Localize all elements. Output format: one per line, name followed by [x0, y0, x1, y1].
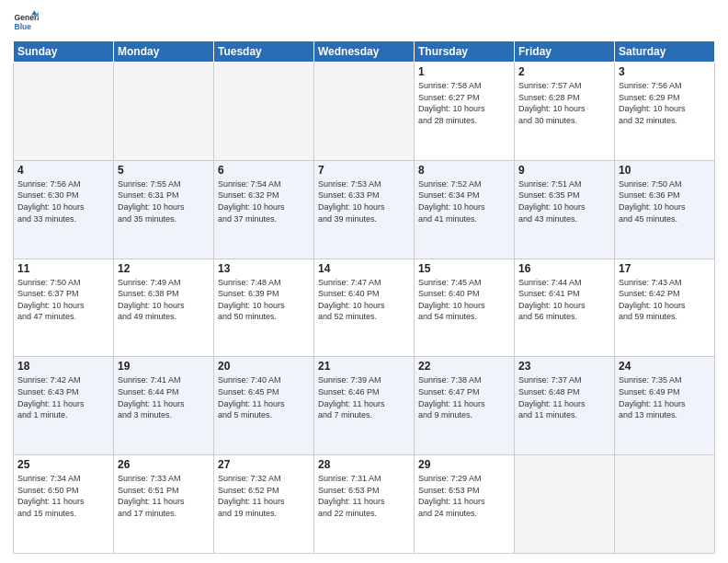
day-number: 23	[518, 360, 610, 373]
day-number: 11	[17, 262, 109, 275]
day-number: 25	[17, 458, 109, 471]
day-number: 24	[619, 360, 711, 373]
day-number: 28	[318, 458, 410, 471]
day-header-sunday: Sunday	[14, 41, 114, 63]
calendar-cell	[515, 455, 615, 554]
day-info: Sunrise: 7:35 AM Sunset: 6:49 PM Dayligh…	[619, 374, 711, 420]
day-info: Sunrise: 7:48 AM Sunset: 6:39 PM Dayligh…	[218, 277, 310, 323]
calendar-week-row: 1Sunrise: 7:58 AM Sunset: 6:27 PM Daylig…	[14, 63, 715, 161]
calendar-cell: 12Sunrise: 7:49 AM Sunset: 6:38 PM Dayli…	[114, 259, 214, 357]
day-info: Sunrise: 7:54 AM Sunset: 6:32 PM Dayligh…	[218, 178, 310, 224]
day-number: 13	[218, 262, 310, 275]
day-number: 29	[418, 458, 510, 471]
logo-icon: General Blue	[13, 9, 39, 35]
day-info: Sunrise: 7:31 AM Sunset: 6:53 PM Dayligh…	[318, 473, 410, 519]
day-header-monday: Monday	[114, 41, 214, 63]
calendar-cell: 29Sunrise: 7:29 AM Sunset: 6:53 PM Dayli…	[415, 455, 515, 554]
calendar-cell: 16Sunrise: 7:44 AM Sunset: 6:41 PM Dayli…	[515, 259, 615, 357]
day-number: 6	[218, 164, 310, 177]
day-info: Sunrise: 7:50 AM Sunset: 6:37 PM Dayligh…	[17, 277, 109, 323]
calendar-cell: 2Sunrise: 7:57 AM Sunset: 6:28 PM Daylig…	[515, 63, 615, 161]
day-number: 20	[218, 360, 310, 373]
calendar-cell: 24Sunrise: 7:35 AM Sunset: 6:49 PM Dayli…	[615, 357, 715, 455]
calendar-cell	[314, 63, 415, 161]
page: General Blue SundayMondayTuesdayWednesda…	[0, 0, 728, 563]
day-number: 8	[418, 164, 510, 177]
day-info: Sunrise: 7:37 AM Sunset: 6:48 PM Dayligh…	[518, 374, 610, 420]
day-info: Sunrise: 7:56 AM Sunset: 6:30 PM Dayligh…	[17, 178, 109, 224]
day-number: 22	[418, 360, 510, 373]
day-number: 16	[518, 262, 610, 275]
calendar-cell	[214, 63, 314, 161]
day-info: Sunrise: 7:29 AM Sunset: 6:53 PM Dayligh…	[418, 473, 510, 519]
calendar-week-row: 11Sunrise: 7:50 AM Sunset: 6:37 PM Dayli…	[14, 259, 715, 357]
calendar-cell	[14, 63, 114, 161]
day-number: 2	[518, 65, 610, 78]
day-info: Sunrise: 7:41 AM Sunset: 6:44 PM Dayligh…	[118, 374, 210, 420]
day-info: Sunrise: 7:43 AM Sunset: 6:42 PM Dayligh…	[619, 277, 711, 323]
calendar-cell	[615, 455, 715, 554]
calendar: SundayMondayTuesdayWednesdayThursdayFrid…	[13, 40, 715, 554]
calendar-cell: 10Sunrise: 7:50 AM Sunset: 6:36 PM Dayli…	[615, 160, 715, 259]
calendar-cell: 6Sunrise: 7:54 AM Sunset: 6:32 PM Daylig…	[214, 160, 314, 259]
day-info: Sunrise: 7:58 AM Sunset: 6:27 PM Dayligh…	[418, 80, 510, 126]
calendar-cell: 8Sunrise: 7:52 AM Sunset: 6:34 PM Daylig…	[415, 160, 515, 259]
day-number: 4	[17, 164, 109, 177]
calendar-cell	[114, 63, 214, 161]
day-info: Sunrise: 7:47 AM Sunset: 6:40 PM Dayligh…	[318, 277, 410, 323]
day-number: 3	[619, 65, 711, 78]
day-info: Sunrise: 7:56 AM Sunset: 6:29 PM Dayligh…	[619, 80, 711, 126]
day-number: 26	[118, 458, 210, 471]
day-info: Sunrise: 7:50 AM Sunset: 6:36 PM Dayligh…	[619, 178, 711, 224]
calendar-cell: 20Sunrise: 7:40 AM Sunset: 6:45 PM Dayli…	[214, 357, 314, 455]
calendar-cell: 3Sunrise: 7:56 AM Sunset: 6:29 PM Daylig…	[615, 63, 715, 161]
day-header-thursday: Thursday	[415, 41, 515, 63]
day-info: Sunrise: 7:53 AM Sunset: 6:33 PM Dayligh…	[318, 178, 410, 224]
day-info: Sunrise: 7:34 AM Sunset: 6:50 PM Dayligh…	[17, 473, 109, 519]
day-info: Sunrise: 7:38 AM Sunset: 6:47 PM Dayligh…	[418, 374, 510, 420]
calendar-header-row: SundayMondayTuesdayWednesdayThursdayFrid…	[14, 41, 715, 63]
calendar-cell: 23Sunrise: 7:37 AM Sunset: 6:48 PM Dayli…	[515, 357, 615, 455]
day-number: 17	[619, 262, 711, 275]
day-number: 9	[518, 164, 610, 177]
calendar-cell: 26Sunrise: 7:33 AM Sunset: 6:51 PM Dayli…	[114, 455, 214, 554]
calendar-cell: 28Sunrise: 7:31 AM Sunset: 6:53 PM Dayli…	[314, 455, 415, 554]
day-info: Sunrise: 7:49 AM Sunset: 6:38 PM Dayligh…	[118, 277, 210, 323]
calendar-cell: 13Sunrise: 7:48 AM Sunset: 6:39 PM Dayli…	[214, 259, 314, 357]
header: General Blue	[13, 9, 715, 35]
day-number: 1	[418, 65, 510, 78]
day-info: Sunrise: 7:57 AM Sunset: 6:28 PM Dayligh…	[518, 80, 610, 126]
calendar-cell: 21Sunrise: 7:39 AM Sunset: 6:46 PM Dayli…	[314, 357, 415, 455]
calendar-cell: 27Sunrise: 7:32 AM Sunset: 6:52 PM Dayli…	[214, 455, 314, 554]
calendar-cell: 5Sunrise: 7:55 AM Sunset: 6:31 PM Daylig…	[114, 160, 214, 259]
calendar-cell: 15Sunrise: 7:45 AM Sunset: 6:40 PM Dayli…	[415, 259, 515, 357]
calendar-cell: 1Sunrise: 7:58 AM Sunset: 6:27 PM Daylig…	[415, 63, 515, 161]
logo: General Blue	[13, 9, 42, 35]
day-number: 14	[318, 262, 410, 275]
calendar-cell: 18Sunrise: 7:42 AM Sunset: 6:43 PM Dayli…	[14, 357, 114, 455]
day-number: 15	[418, 262, 510, 275]
day-number: 18	[17, 360, 109, 373]
svg-text:Blue: Blue	[15, 22, 32, 31]
day-header-saturday: Saturday	[615, 41, 715, 63]
calendar-cell: 17Sunrise: 7:43 AM Sunset: 6:42 PM Dayli…	[615, 259, 715, 357]
day-info: Sunrise: 7:40 AM Sunset: 6:45 PM Dayligh…	[218, 374, 310, 420]
day-info: Sunrise: 7:32 AM Sunset: 6:52 PM Dayligh…	[218, 473, 310, 519]
calendar-cell: 9Sunrise: 7:51 AM Sunset: 6:35 PM Daylig…	[515, 160, 615, 259]
day-info: Sunrise: 7:44 AM Sunset: 6:41 PM Dayligh…	[518, 277, 610, 323]
day-info: Sunrise: 7:51 AM Sunset: 6:35 PM Dayligh…	[518, 178, 610, 224]
calendar-week-row: 4Sunrise: 7:56 AM Sunset: 6:30 PM Daylig…	[14, 160, 715, 259]
day-info: Sunrise: 7:55 AM Sunset: 6:31 PM Dayligh…	[118, 178, 210, 224]
day-number: 27	[218, 458, 310, 471]
calendar-cell: 4Sunrise: 7:56 AM Sunset: 6:30 PM Daylig…	[14, 160, 114, 259]
day-header-friday: Friday	[515, 41, 615, 63]
day-info: Sunrise: 7:52 AM Sunset: 6:34 PM Dayligh…	[418, 178, 510, 224]
day-info: Sunrise: 7:42 AM Sunset: 6:43 PM Dayligh…	[17, 374, 109, 420]
calendar-week-row: 25Sunrise: 7:34 AM Sunset: 6:50 PM Dayli…	[14, 455, 715, 554]
day-number: 21	[318, 360, 410, 373]
calendar-cell: 19Sunrise: 7:41 AM Sunset: 6:44 PM Dayli…	[114, 357, 214, 455]
calendar-week-row: 18Sunrise: 7:42 AM Sunset: 6:43 PM Dayli…	[14, 357, 715, 455]
day-info: Sunrise: 7:39 AM Sunset: 6:46 PM Dayligh…	[318, 374, 410, 420]
day-header-tuesday: Tuesday	[214, 41, 314, 63]
day-number: 12	[118, 262, 210, 275]
